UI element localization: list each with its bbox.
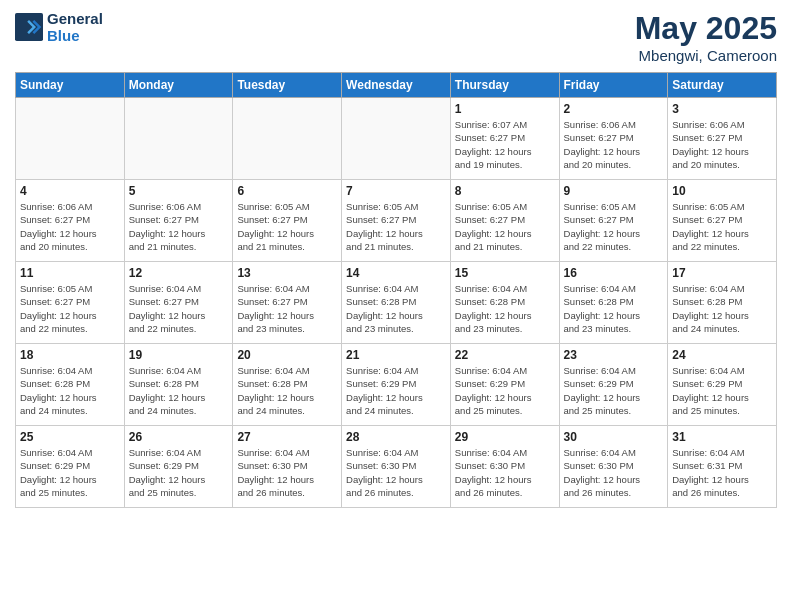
day-info: Sunrise: 6:06 AM Sunset: 6:27 PM Dayligh… [20, 200, 120, 253]
day-info: Sunrise: 6:04 AM Sunset: 6:28 PM Dayligh… [455, 282, 555, 335]
day-number: 25 [20, 430, 120, 444]
title-block: May 2025 Mbengwi, Cameroon [635, 10, 777, 64]
logo-blue: Blue [47, 27, 103, 44]
table-row: 26Sunrise: 6:04 AM Sunset: 6:29 PM Dayli… [124, 426, 233, 508]
day-info: Sunrise: 6:06 AM Sunset: 6:27 PM Dayligh… [672, 118, 772, 171]
day-number: 26 [129, 430, 229, 444]
table-row: 24Sunrise: 6:04 AM Sunset: 6:29 PM Dayli… [668, 344, 777, 426]
day-info: Sunrise: 6:05 AM Sunset: 6:27 PM Dayligh… [455, 200, 555, 253]
day-info: Sunrise: 6:04 AM Sunset: 6:28 PM Dayligh… [129, 364, 229, 417]
table-row: 3Sunrise: 6:06 AM Sunset: 6:27 PM Daylig… [668, 98, 777, 180]
day-number: 18 [20, 348, 120, 362]
table-row: 7Sunrise: 6:05 AM Sunset: 6:27 PM Daylig… [342, 180, 451, 262]
table-row: 13Sunrise: 6:04 AM Sunset: 6:27 PM Dayli… [233, 262, 342, 344]
day-info: Sunrise: 6:04 AM Sunset: 6:27 PM Dayligh… [129, 282, 229, 335]
day-info: Sunrise: 6:07 AM Sunset: 6:27 PM Dayligh… [455, 118, 555, 171]
table-row: 9Sunrise: 6:05 AM Sunset: 6:27 PM Daylig… [559, 180, 668, 262]
day-number: 30 [564, 430, 664, 444]
day-info: Sunrise: 6:05 AM Sunset: 6:27 PM Dayligh… [564, 200, 664, 253]
day-info: Sunrise: 6:04 AM Sunset: 6:29 PM Dayligh… [564, 364, 664, 417]
table-row [233, 98, 342, 180]
table-row: 10Sunrise: 6:05 AM Sunset: 6:27 PM Dayli… [668, 180, 777, 262]
day-number: 23 [564, 348, 664, 362]
table-row [16, 98, 125, 180]
day-info: Sunrise: 6:05 AM Sunset: 6:27 PM Dayligh… [237, 200, 337, 253]
day-number: 3 [672, 102, 772, 116]
table-row: 18Sunrise: 6:04 AM Sunset: 6:28 PM Dayli… [16, 344, 125, 426]
table-row: 31Sunrise: 6:04 AM Sunset: 6:31 PM Dayli… [668, 426, 777, 508]
day-info: Sunrise: 6:06 AM Sunset: 6:27 PM Dayligh… [129, 200, 229, 253]
day-number: 24 [672, 348, 772, 362]
day-number: 5 [129, 184, 229, 198]
day-info: Sunrise: 6:04 AM Sunset: 6:30 PM Dayligh… [564, 446, 664, 499]
table-row: 20Sunrise: 6:04 AM Sunset: 6:28 PM Dayli… [233, 344, 342, 426]
calendar-week-row: 4Sunrise: 6:06 AM Sunset: 6:27 PM Daylig… [16, 180, 777, 262]
day-number: 2 [564, 102, 664, 116]
table-row: 16Sunrise: 6:04 AM Sunset: 6:28 PM Dayli… [559, 262, 668, 344]
day-number: 7 [346, 184, 446, 198]
th-thursday: Thursday [450, 73, 559, 98]
day-info: Sunrise: 6:04 AM Sunset: 6:28 PM Dayligh… [237, 364, 337, 417]
day-info: Sunrise: 6:04 AM Sunset: 6:30 PM Dayligh… [346, 446, 446, 499]
table-row: 11Sunrise: 6:05 AM Sunset: 6:27 PM Dayli… [16, 262, 125, 344]
day-number: 6 [237, 184, 337, 198]
day-number: 16 [564, 266, 664, 280]
day-number: 8 [455, 184, 555, 198]
calendar-week-row: 18Sunrise: 6:04 AM Sunset: 6:28 PM Dayli… [16, 344, 777, 426]
table-row: 12Sunrise: 6:04 AM Sunset: 6:27 PM Dayli… [124, 262, 233, 344]
table-row [342, 98, 451, 180]
table-row: 28Sunrise: 6:04 AM Sunset: 6:30 PM Dayli… [342, 426, 451, 508]
th-sunday: Sunday [16, 73, 125, 98]
logo-icon [15, 13, 43, 41]
day-info: Sunrise: 6:04 AM Sunset: 6:28 PM Dayligh… [346, 282, 446, 335]
day-info: Sunrise: 6:04 AM Sunset: 6:29 PM Dayligh… [129, 446, 229, 499]
table-row: 25Sunrise: 6:04 AM Sunset: 6:29 PM Dayli… [16, 426, 125, 508]
th-saturday: Saturday [668, 73, 777, 98]
calendar-week-row: 1Sunrise: 6:07 AM Sunset: 6:27 PM Daylig… [16, 98, 777, 180]
th-wednesday: Wednesday [342, 73, 451, 98]
day-info: Sunrise: 6:04 AM Sunset: 6:27 PM Dayligh… [237, 282, 337, 335]
day-number: 22 [455, 348, 555, 362]
day-number: 11 [20, 266, 120, 280]
table-row: 17Sunrise: 6:04 AM Sunset: 6:28 PM Dayli… [668, 262, 777, 344]
table-row: 8Sunrise: 6:05 AM Sunset: 6:27 PM Daylig… [450, 180, 559, 262]
calendar-header-row: Sunday Monday Tuesday Wednesday Thursday… [16, 73, 777, 98]
day-info: Sunrise: 6:04 AM Sunset: 6:28 PM Dayligh… [564, 282, 664, 335]
day-info: Sunrise: 6:04 AM Sunset: 6:29 PM Dayligh… [20, 446, 120, 499]
table-row: 2Sunrise: 6:06 AM Sunset: 6:27 PM Daylig… [559, 98, 668, 180]
day-number: 27 [237, 430, 337, 444]
table-row: 29Sunrise: 6:04 AM Sunset: 6:30 PM Dayli… [450, 426, 559, 508]
day-info: Sunrise: 6:04 AM Sunset: 6:28 PM Dayligh… [20, 364, 120, 417]
table-row: 21Sunrise: 6:04 AM Sunset: 6:29 PM Dayli… [342, 344, 451, 426]
day-number: 9 [564, 184, 664, 198]
day-number: 29 [455, 430, 555, 444]
month-title: May 2025 [635, 10, 777, 47]
table-row: 4Sunrise: 6:06 AM Sunset: 6:27 PM Daylig… [16, 180, 125, 262]
day-number: 17 [672, 266, 772, 280]
day-info: Sunrise: 6:05 AM Sunset: 6:27 PM Dayligh… [346, 200, 446, 253]
calendar-table: Sunday Monday Tuesday Wednesday Thursday… [15, 72, 777, 508]
table-row: 30Sunrise: 6:04 AM Sunset: 6:30 PM Dayli… [559, 426, 668, 508]
logo: General Blue [15, 10, 103, 44]
th-monday: Monday [124, 73, 233, 98]
day-number: 10 [672, 184, 772, 198]
table-row: 14Sunrise: 6:04 AM Sunset: 6:28 PM Dayli… [342, 262, 451, 344]
th-tuesday: Tuesday [233, 73, 342, 98]
day-number: 21 [346, 348, 446, 362]
header: General Blue May 2025 Mbengwi, Cameroon [15, 10, 777, 64]
day-info: Sunrise: 6:04 AM Sunset: 6:30 PM Dayligh… [455, 446, 555, 499]
day-info: Sunrise: 6:06 AM Sunset: 6:27 PM Dayligh… [564, 118, 664, 171]
day-info: Sunrise: 6:04 AM Sunset: 6:29 PM Dayligh… [455, 364, 555, 417]
day-info: Sunrise: 6:04 AM Sunset: 6:29 PM Dayligh… [672, 364, 772, 417]
calendar-week-row: 25Sunrise: 6:04 AM Sunset: 6:29 PM Dayli… [16, 426, 777, 508]
table-row: 22Sunrise: 6:04 AM Sunset: 6:29 PM Dayli… [450, 344, 559, 426]
day-number: 4 [20, 184, 120, 198]
table-row: 6Sunrise: 6:05 AM Sunset: 6:27 PM Daylig… [233, 180, 342, 262]
day-number: 14 [346, 266, 446, 280]
day-info: Sunrise: 6:04 AM Sunset: 6:28 PM Dayligh… [672, 282, 772, 335]
table-row: 15Sunrise: 6:04 AM Sunset: 6:28 PM Dayli… [450, 262, 559, 344]
table-row: 27Sunrise: 6:04 AM Sunset: 6:30 PM Dayli… [233, 426, 342, 508]
day-number: 20 [237, 348, 337, 362]
day-info: Sunrise: 6:05 AM Sunset: 6:27 PM Dayligh… [20, 282, 120, 335]
location: Mbengwi, Cameroon [635, 47, 777, 64]
